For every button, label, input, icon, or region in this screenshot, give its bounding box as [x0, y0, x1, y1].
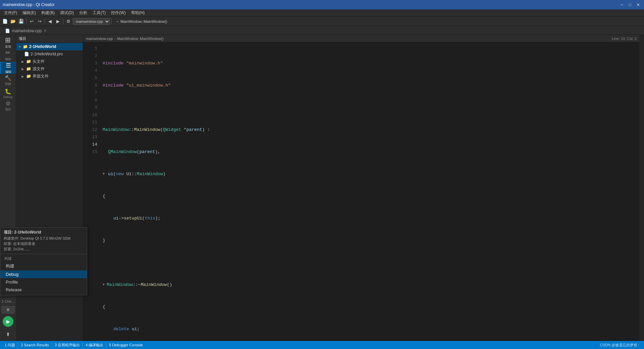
tree-item-project[interactable]: ▼ 📁 2-1HelloWorld: [16, 43, 83, 50]
activitybar-code[interactable]: ☰编辑: [0, 62, 16, 74]
toolbar-undo[interactable]: ↩: [28, 18, 35, 25]
minimize-button[interactable]: ─: [619, 2, 625, 8]
toolbar-redo[interactable]: ↪: [36, 18, 43, 25]
breadcrumb-sep: ›: [114, 37, 116, 41]
status-app-output[interactable]: 3 应用程序输出: [53, 341, 82, 349]
toolbar-open[interactable]: 📂: [9, 18, 17, 25]
folder-headers-icon: 📁: [26, 59, 31, 64]
code-line-11: ▼MainWindow::~MainWindow(): [100, 281, 639, 289]
dropdown-item-debug[interactable]: Debug: [0, 270, 87, 278]
code-editor[interactable]: 1 2 3 4 5 6 7 8 9 10 11 12 13 14 15: [83, 42, 639, 341]
code-line-8: ui->setupUi(this);: [100, 215, 639, 222]
activitybar-debug[interactable]: 🐛Debug: [1, 87, 15, 99]
dropdown-section-header: 构建: [0, 255, 87, 262]
pro-label: 2-1HelloWorld.pro: [31, 52, 63, 56]
tree-chevron-ui: ▶: [21, 74, 25, 78]
sidebar-header: 项目: [16, 35, 83, 43]
project-label: 2-1HelloWorld: [29, 44, 56, 49]
kit-selector[interactable]: ⚙: [2, 306, 14, 313]
code-line-10: [100, 259, 639, 266]
tree-chevron-sources: ▶: [21, 67, 25, 71]
tree-item-pro[interactable]: 📄 2-1HelloWorld.pro: [16, 50, 83, 58]
ui-label: 界面文件: [33, 73, 49, 79]
activitybar-discover[interactable]: ⊞发现: [1, 36, 15, 48]
menu-help[interactable]: 帮助(H): [128, 9, 148, 16]
close-button[interactable]: ✕: [635, 2, 641, 8]
code-line-7: {: [100, 193, 639, 200]
build-step-button[interactable]: ⬆: [3, 330, 13, 339]
menu-widgets[interactable]: 控件(W): [108, 9, 128, 16]
toolbar-sep-2: [45, 18, 45, 24]
dropdown-section-build: 构建 构建 Debug Profile Release: [0, 254, 87, 295]
maximize-button[interactable]: □: [627, 2, 633, 8]
status-sep-4: [106, 343, 106, 347]
menu-debug[interactable]: 调试(D): [57, 9, 76, 16]
status-search-results[interactable]: 2 Search Results: [19, 341, 51, 349]
dropdown-item-build-header[interactable]: 构建: [0, 262, 87, 270]
status-problems[interactable]: 1 问题: [3, 341, 17, 349]
tab-file-label: mainwindow.cpp: [12, 29, 42, 33]
linenum-12: 12: [83, 126, 97, 134]
run-button[interactable]: ▶: [3, 316, 13, 327]
toolbar-back[interactable]: ◀: [46, 18, 54, 25]
tab-file-icon: 📄: [5, 29, 10, 33]
linenum-11: 11: [83, 119, 97, 126]
menu-edit[interactable]: 编辑(E): [20, 9, 39, 16]
folder-ui-icon: 📁: [26, 74, 31, 79]
editor-area: mainwindow.cpp › MainWindow::MainWindow(…: [83, 35, 639, 341]
tooltip-deploy: 部署: 在本地部署者: [4, 241, 84, 246]
menu-analyze[interactable]: 分析: [76, 9, 90, 16]
linenum-7: 7: [83, 89, 97, 97]
code-line-13: delete ui;: [100, 326, 639, 333]
linenum-14: 14: [83, 141, 97, 148]
status-sep-2: [52, 343, 52, 347]
folder-icon: 📁: [23, 44, 28, 49]
tree-chevron-project: ▼: [18, 45, 21, 49]
toolbar-sep-1: [26, 18, 26, 24]
linenum-9: 9: [83, 104, 97, 111]
status-sep-1: [18, 343, 18, 347]
menu-build[interactable]: 构建(B): [39, 9, 57, 16]
linenum-8: 8: [83, 97, 97, 104]
code-content[interactable]: #include "mainwindow.h" #include "ui_mai…: [100, 42, 639, 341]
activitybar-project[interactable]: ⚙项目: [1, 100, 15, 112]
status-debugger-console[interactable]: 5 Debugger Console: [107, 341, 145, 349]
code-line-12: {: [100, 303, 639, 311]
tree-item-headers[interactable]: ▶ 📁 头文件: [16, 58, 83, 65]
code-line-2: #include "ui_mainwindow.h": [100, 82, 639, 89]
linenum-13: 13: [83, 134, 97, 141]
toolbar-locator[interactable]: ↔ MainWindow::MainWindow(): [113, 18, 170, 25]
toolbar: 📄 📂 💾 ↩ ↪ ◀ ▶ ⚙ mainwindow.cpp ↔ MainWin…: [0, 17, 644, 26]
dropdown-item-profile[interactable]: Profile: [0, 278, 87, 286]
tree-item-sources[interactable]: ▶ 📁 源文件: [16, 65, 83, 72]
status-compile-output[interactable]: 4 编译输出: [84, 341, 105, 349]
tabbar: 📄 mainwindow.cpp ✕: [0, 26, 644, 35]
bottom-build-label: 2-1He...: [1, 299, 15, 305]
bottom-activity: 2-1He... ⚙ ▶ ⬆: [0, 297, 16, 341]
dropdown-item-release[interactable]: Release: [0, 286, 87, 294]
titlebar: mainwindow.cpp - Qt Creator ─ □ ✕: [0, 0, 644, 9]
activitybar-edit[interactable]: ✏编辑: [1, 49, 15, 61]
menu-tools[interactable]: 工具(T): [90, 9, 108, 16]
linenum-10: 10: [83, 111, 97, 119]
code-line-6: ▼ui(new Ui::MainWindow): [100, 170, 639, 178]
tab-file-close[interactable]: ✕: [44, 29, 47, 33]
menu-file[interactable]: 文件(F): [1, 9, 20, 16]
toolbar-target-select[interactable]: mainwindow.cpp: [73, 18, 110, 25]
code-line-1: #include "mainwindow.h": [100, 60, 639, 67]
sidebar-header-label: 项目: [19, 36, 26, 41]
window-controls: ─ □ ✕: [619, 2, 641, 8]
code-line-5: QMainWindow(parent),: [100, 148, 639, 156]
toolbar-build-config[interactable]: ⚙: [65, 18, 72, 25]
activitybar-build[interactable]: 🔨构建: [1, 74, 15, 87]
tooltip-kit: 构建套件: Desktop Qt 5.7.0 MinGW 32bit: [4, 236, 84, 241]
toolbar-save[interactable]: 💾: [17, 18, 25, 25]
linenum-5: 5: [83, 74, 97, 82]
right-scrollbar[interactable]: [639, 35, 644, 341]
tab-file[interactable]: 📄 mainwindow.cpp ✕: [1, 27, 50, 35]
toolbar-forward[interactable]: ▶: [54, 18, 62, 25]
linenum-4: 4: [83, 67, 97, 74]
toolbar-new[interactable]: 📄: [1, 18, 9, 25]
status-sep-3: [83, 343, 83, 347]
tree-item-ui[interactable]: ▶ 📁 界面文件: [16, 72, 83, 80]
